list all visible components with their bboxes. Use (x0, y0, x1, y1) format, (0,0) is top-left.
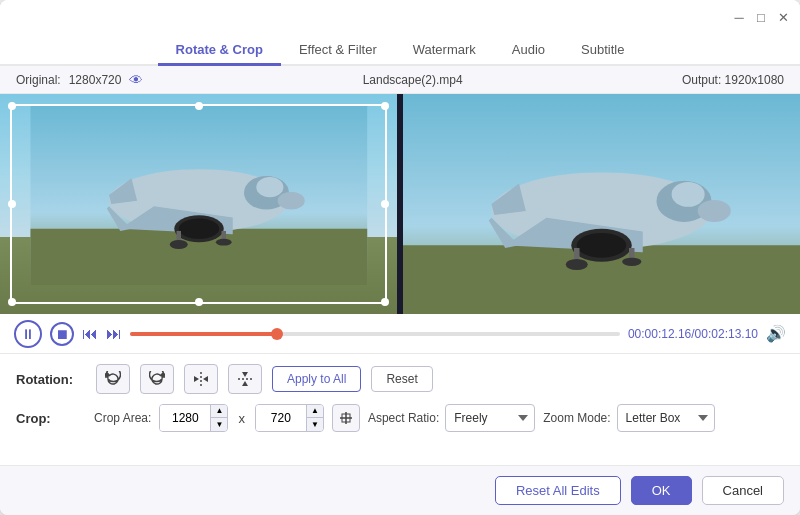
svg-point-28 (566, 259, 588, 270)
aspect-ratio-select[interactable]: Freely 16:9 4:3 1:1 9:16 (445, 404, 535, 432)
video-container (0, 94, 800, 314)
crop-width-spinners: ▲ ▼ (210, 404, 227, 432)
flip-h-icon (193, 371, 209, 387)
video-panel-right (403, 94, 800, 314)
progress-thumb (271, 328, 283, 340)
rotation-label: Rotation: (16, 372, 86, 387)
crop-height-down[interactable]: ▼ (307, 418, 323, 432)
output-label: Output: (682, 73, 721, 87)
crop-width-input[interactable] (160, 405, 210, 431)
bottom-bar: Reset All Edits OK Cancel (0, 465, 800, 515)
svg-point-4 (256, 177, 283, 197)
aspect-ratio-label: Aspect Ratio: (368, 411, 439, 425)
video-panel-left (0, 94, 397, 314)
crosshair-button[interactable] (332, 404, 360, 432)
tab-audio[interactable]: Audio (494, 36, 563, 66)
crop-height-input-wrapper: ▲ ▼ (255, 404, 324, 432)
reset-rotation-button[interactable]: Reset (371, 366, 432, 392)
stop-button[interactable]: ⏹ (50, 322, 74, 346)
progress-fill (130, 332, 277, 336)
zoom-mode-group: Zoom Mode: Letter Box Pan & Scan Full (543, 404, 714, 432)
tab-subtitle[interactable]: Subtitle (563, 36, 642, 66)
svg-marker-35 (242, 381, 248, 386)
spacer (0, 442, 800, 465)
crop-row: Crop: Crop Area: ▲ ▼ x ▲ ▼ (16, 404, 784, 432)
controls-area: Rotation: (0, 354, 800, 442)
rotation-row: Rotation: (16, 364, 784, 394)
output-value: 1920x1080 (725, 73, 784, 87)
minimize-button[interactable]: ─ (732, 10, 746, 24)
skip-forward-button[interactable]: ⏭ (106, 325, 122, 343)
svg-marker-31 (194, 376, 199, 382)
flip-v-icon (237, 371, 253, 387)
cancel-button[interactable]: Cancel (702, 476, 784, 505)
tab-watermark[interactable]: Watermark (395, 36, 494, 66)
playback-bar: ⏸ ⏹ ⏮ ⏭ 00:00:12.16/00:02:13.10 🔊 (0, 314, 800, 354)
svg-point-19 (672, 182, 705, 207)
flip-horizontal-button[interactable] (184, 364, 218, 394)
ok-button[interactable]: OK (631, 476, 692, 505)
eye-icon[interactable]: 👁 (129, 72, 143, 88)
crop-width-up[interactable]: ▲ (211, 404, 227, 418)
svg-point-14 (215, 239, 231, 246)
svg-point-10 (178, 219, 218, 239)
airplane-left (30, 105, 367, 285)
crop-height-up[interactable]: ▲ (307, 404, 323, 418)
zoom-mode-select[interactable]: Letter Box Pan & Scan Full (617, 404, 715, 432)
reset-all-edits-button[interactable]: Reset All Edits (495, 476, 621, 505)
title-bar: ─ □ ✕ (0, 0, 800, 28)
skip-back-button[interactable]: ⏮ (82, 325, 98, 343)
crop-height-spinners: ▲ ▼ (306, 404, 323, 432)
x-separator: x (236, 411, 247, 426)
svg-point-25 (577, 233, 627, 258)
svg-marker-34 (242, 372, 248, 377)
crop-area-label: Crop Area: (94, 411, 151, 425)
zoom-mode-label: Zoom Mode: (543, 411, 610, 425)
aspect-ratio-group: Aspect Ratio: Freely 16:9 4:3 1:1 9:16 (368, 404, 535, 432)
play-pause-button[interactable]: ⏸ (14, 320, 42, 348)
time-display: 00:00:12.16/00:02:13.10 (628, 327, 758, 341)
original-label: Original: (16, 73, 61, 87)
crop-width-input-wrapper: ▲ ▼ (159, 404, 228, 432)
rotate-left-button[interactable] (96, 364, 130, 394)
rotate-right-icon (149, 371, 165, 387)
main-window: ─ □ ✕ Rotate & Crop Effect & Filter Wate… (0, 0, 800, 515)
filename: Landscape(2).mp4 (363, 73, 463, 87)
close-button[interactable]: ✕ (776, 10, 790, 24)
window-controls: ─ □ ✕ (732, 10, 790, 24)
video-info-bar: Original: 1280x720 👁 Landscape(2).mp4 Ou… (0, 66, 800, 94)
crop-width-down[interactable]: ▼ (211, 418, 227, 432)
crosshair-icon (339, 411, 353, 425)
original-value: 1280x720 (69, 73, 122, 87)
rotate-left-icon (105, 371, 121, 387)
crop-label: Crop: (16, 411, 86, 426)
svg-point-8 (277, 192, 304, 210)
crop-height-input[interactable] (256, 405, 306, 431)
flip-vertical-button[interactable] (228, 364, 262, 394)
apply-to-all-button[interactable]: Apply to All (272, 366, 361, 392)
tab-rotate-crop[interactable]: Rotate & Crop (158, 36, 281, 66)
tab-effect-filter[interactable]: Effect & Filter (281, 36, 395, 66)
airplane-right (403, 94, 800, 314)
tabs-bar: Rotate & Crop Effect & Filter Watermark … (0, 28, 800, 66)
volume-icon[interactable]: 🔊 (766, 324, 786, 343)
svg-point-29 (622, 258, 641, 266)
rotate-right-button[interactable] (140, 364, 174, 394)
video-preview-left (0, 94, 397, 314)
svg-marker-32 (203, 376, 208, 382)
maximize-button[interactable]: □ (754, 10, 768, 24)
svg-point-23 (698, 200, 731, 222)
video-preview-right (403, 94, 800, 314)
svg-point-13 (169, 240, 187, 249)
progress-bar[interactable] (130, 332, 620, 336)
